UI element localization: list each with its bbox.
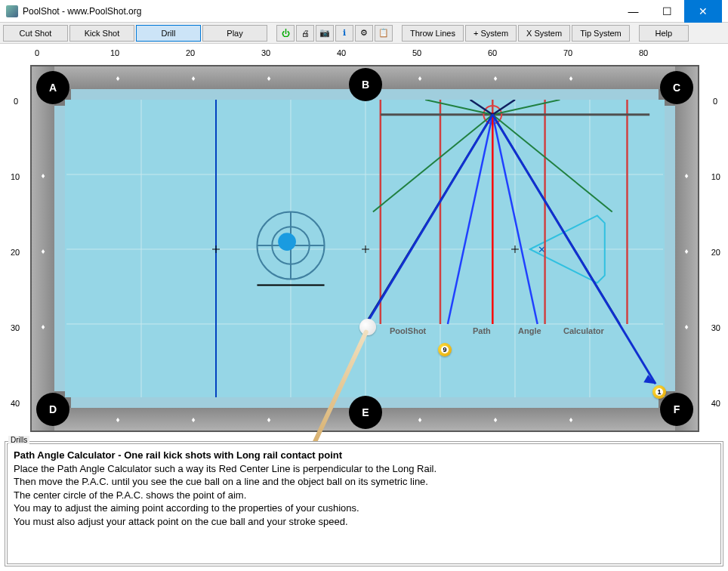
diamond-icon: ♦ — [266, 75, 272, 81]
plus-system-button[interactable]: + System — [465, 25, 517, 42]
diamond-icon: ♦ — [190, 75, 196, 81]
diamond-icon: ♦ — [683, 323, 689, 329]
axis-right-40: 40 — [711, 399, 720, 408]
nine-ball[interactable]: 9 — [438, 343, 452, 356]
tip-system-button[interactable]: Tip System — [572, 25, 630, 42]
axis-top-30: 30 — [261, 48, 270, 57]
axis-left-20: 20 — [11, 248, 20, 257]
diamond-icon: ♦ — [417, 416, 423, 422]
cut-shot-button[interactable]: Cut Shot — [3, 25, 68, 42]
info-icon[interactable]: ℹ — [335, 25, 353, 42]
pocket-e: E — [349, 396, 382, 429]
window-title: PoolShot - www.PoolShot.org — [23, 6, 616, 17]
drills-line-2: Then move the P.A.C. until you see the c… — [14, 476, 428, 487]
pocket-a: A — [36, 71, 69, 104]
axis-top-40: 40 — [337, 48, 346, 57]
axis-top-0: 0 — [35, 48, 39, 57]
pool-table[interactable]: ♦ ♦ ♦ ♦ ♦ ♦ ♦ ♦ ♦ ♦ ♦ ♦ ♦ ♦ ♦ ♦ ♦ ♦ — [30, 65, 699, 432]
drills-text: Path Angle Calculator - One rail kick sh… — [7, 443, 721, 564]
table-area: 0 10 20 30 40 50 60 70 80 0 10 20 30 40 … — [0, 44, 728, 441]
drills-line-3: The center circle of the P.A.C. shows th… — [14, 489, 246, 501]
play-button[interactable]: Play — [202, 25, 267, 42]
drills-panel-label: Drills — [8, 436, 29, 444]
svg-line-44 — [366, 115, 492, 324]
one-ball[interactable]: 1 — [652, 385, 666, 399]
x-system-button[interactable]: X System — [518, 25, 570, 42]
notes-icon[interactable]: 📋 — [375, 25, 393, 42]
pac-label-1: PoolShot — [390, 326, 426, 335]
maximize-button[interactable]: ☐ — [650, 0, 684, 23]
diamond-icon: ♦ — [115, 75, 121, 81]
diamond-icon: ♦ — [683, 248, 689, 254]
drill-button[interactable]: Drill — [136, 25, 201, 42]
kick-shot-button[interactable]: Kick Shot — [69, 25, 134, 42]
diamond-icon: ♦ — [417, 75, 423, 81]
diamond-icon: ♦ — [492, 416, 498, 422]
axis-left-0: 0 — [14, 97, 18, 106]
drills-line-5: You must also adjust your attack point o… — [14, 516, 348, 527]
drills-line-1: Place the Path Angle Calculator such a w… — [14, 463, 436, 474]
pocket-b: B — [349, 68, 382, 101]
pocket-f: F — [660, 393, 693, 426]
table-overlay: ✕ — [65, 100, 665, 397]
diamond-icon: ♦ — [568, 416, 574, 422]
pac-label-4: Calculator — [563, 326, 604, 335]
axis-right-30: 30 — [711, 323, 720, 332]
drills-line-4: You may to adjust the aiming point accor… — [14, 502, 359, 514]
axis-top-10: 10 — [110, 48, 119, 57]
diamond-icon: ♦ — [40, 248, 46, 254]
axis-top-70: 70 — [563, 48, 572, 57]
close-button[interactable]: ✕ — [684, 0, 722, 23]
print-icon[interactable]: 🖨 — [296, 25, 314, 42]
axis-top-80: 80 — [639, 48, 648, 57]
diamond-icon: ♦ — [266, 416, 272, 422]
power-icon[interactable]: ⏻ — [276, 25, 295, 42]
axis-top-60: 60 — [488, 48, 497, 57]
diamond-icon: ♦ — [40, 323, 46, 329]
drills-panel: Drills Path Angle Calculator - One rail … — [5, 441, 723, 566]
diamond-icon: ♦ — [568, 75, 574, 81]
pocket-c: C — [660, 71, 693, 104]
pac-label-2: Path — [473, 326, 491, 335]
axis-right-10: 10 — [711, 172, 720, 181]
camera-icon[interactable]: 📷 — [316, 25, 334, 42]
minimize-button[interactable]: — — [616, 0, 650, 23]
toolbar: Cut Shot Kick Shot Drill Play ⏻ 🖨 📷 ℹ ⚙ … — [0, 23, 728, 44]
diamond-icon: ♦ — [40, 172, 46, 178]
app-icon — [6, 5, 18, 17]
drills-title: Path Angle Calculator - One rail kick sh… — [14, 449, 342, 461]
cushion-left — [54, 106, 65, 391]
diamond-icon: ♦ — [190, 416, 196, 422]
diamond-icon: ♦ — [115, 416, 121, 422]
help-button[interactable]: Help — [639, 25, 689, 42]
svg-point-21 — [278, 233, 296, 251]
axis-left-10: 10 — [11, 172, 20, 181]
axis-top-50: 50 — [412, 48, 421, 57]
gear-icon[interactable]: ⚙ — [355, 25, 373, 42]
axis-right-0: 0 — [713, 97, 717, 106]
axis-left-40: 40 — [11, 399, 20, 408]
axis-right-20: 20 — [711, 248, 720, 257]
pac-label-3: Angle — [518, 326, 541, 335]
axis-top-20: 20 — [186, 48, 195, 57]
cloth: ✕ — [65, 100, 665, 397]
axis-left-30: 30 — [11, 323, 20, 332]
cushion-right — [665, 106, 675, 391]
throw-lines-button[interactable]: Throw Lines — [402, 25, 464, 42]
diamond-icon: ♦ — [492, 75, 498, 81]
title-bar: PoolShot - www.PoolShot.org — ☐ ✕ — [0, 0, 728, 23]
diamond-icon: ♦ — [683, 172, 689, 178]
pocket-d: D — [36, 393, 69, 426]
